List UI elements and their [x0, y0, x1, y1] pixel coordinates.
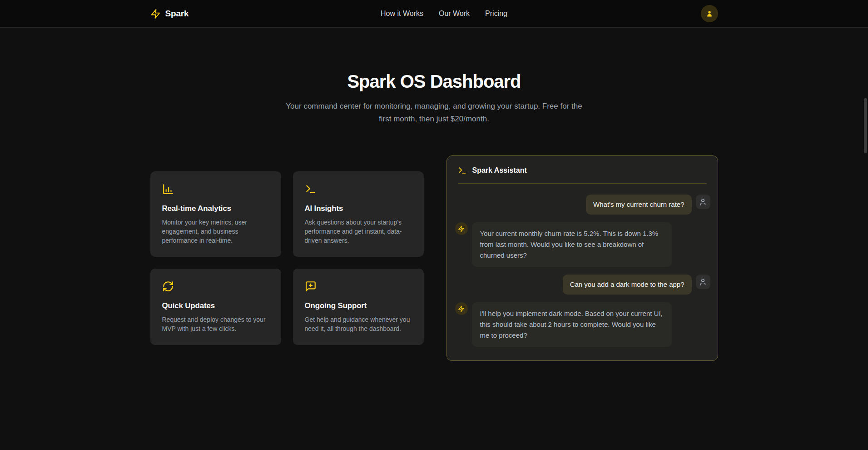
chat-message-assistant: I'll help you implement dark mode. Based…	[455, 302, 710, 347]
chat-message-user: What's my current churn rate?	[455, 195, 710, 215]
feature-description: Ask questions about your startup's perfo…	[305, 218, 412, 245]
nav-link-pricing[interactable]: Pricing	[485, 10, 507, 18]
brand-name: Spark	[165, 9, 189, 19]
feature-description: Monitor your key metrics, user engagemen…	[162, 218, 269, 245]
feature-title: Ongoing Support	[305, 301, 412, 310]
hero-section: Spark OS Dashboard Your command center f…	[0, 71, 868, 125]
zap-icon	[458, 225, 465, 232]
assistant-panel-title: Spark Assistant	[472, 166, 527, 175]
feature-card-realtime-analytics: Real-time Analytics Monitor your key met…	[150, 171, 281, 257]
user-icon	[705, 10, 714, 18]
main-content: Real-time Analytics Monitor your key met…	[150, 155, 718, 361]
assistant-message-bubble: I'll help you implement dark mode. Based…	[472, 302, 672, 347]
message-square-plus-icon	[305, 280, 412, 294]
feature-card-quick-updates: Quick Updates Request and deploy changes…	[150, 269, 281, 345]
zap-icon	[458, 305, 465, 312]
user-message-bubble: Can you add a dark mode to the app?	[563, 275, 692, 295]
chat-message-assistant: Your current monthly churn rate is 5.2%.…	[455, 222, 710, 267]
chat-message-user: Can you add a dark mode to the app?	[455, 275, 710, 295]
vertical-scrollbar-thumb[interactable]	[864, 98, 867, 153]
feature-title: Real-time Analytics	[162, 204, 269, 213]
feature-description: Get help and guidance whenever you need …	[305, 315, 412, 333]
page-subtitle: Your command center for monitoring, mana…	[280, 100, 589, 125]
nav-links: How it Works Our Work Pricing	[381, 0, 507, 27]
user-avatar	[696, 195, 710, 209]
nav-link-our-work[interactable]: Our Work	[439, 10, 470, 18]
user-icon	[699, 278, 707, 286]
feature-title: AI Insights	[305, 204, 412, 213]
feature-card-ongoing-support: Ongoing Support Get help and guidance wh…	[293, 269, 424, 345]
spark-assistant-panel: Spark Assistant What's my current churn …	[446, 155, 718, 361]
terminal-icon	[305, 183, 412, 197]
assistant-message-bubble: Your current monthly churn rate is 5.2%.…	[472, 222, 672, 267]
assistant-avatar	[455, 302, 468, 315]
account-avatar-button[interactable]	[701, 5, 718, 22]
feature-card-ai-insights: AI Insights Ask questions about your sta…	[293, 171, 424, 257]
user-message-bubble: What's my current churn rate?	[586, 195, 691, 215]
feature-cards-grid: Real-time Analytics Monitor your key met…	[150, 171, 424, 345]
feature-description: Request and deploy changes to your MVP w…	[162, 315, 269, 333]
refresh-icon	[162, 280, 269, 294]
zap-icon	[150, 9, 161, 19]
brand-logo[interactable]: Spark	[150, 9, 189, 19]
nav-link-how-it-works[interactable]: How it Works	[381, 10, 423, 18]
feature-title: Quick Updates	[162, 301, 269, 310]
bar-chart-icon	[162, 183, 269, 197]
chat-messages: What's my current churn rate? Your curre…	[447, 184, 718, 360]
page-title: Spark OS Dashboard	[0, 71, 868, 92]
assistant-panel-header: Spark Assistant	[447, 156, 718, 183]
top-nav: Spark How it Works Our Work Pricing	[0, 0, 868, 28]
terminal-icon	[458, 166, 467, 175]
user-icon	[699, 198, 707, 206]
assistant-avatar	[455, 222, 468, 235]
user-avatar	[696, 275, 710, 289]
